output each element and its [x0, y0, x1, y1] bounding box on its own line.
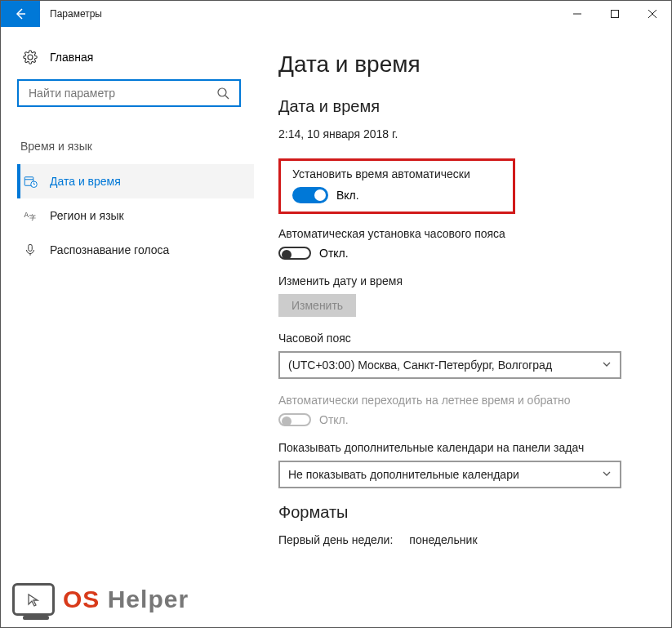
svg-text:A: A [24, 212, 29, 219]
maximize-icon [611, 10, 619, 18]
language-icon: A字 [22, 208, 38, 223]
dst-label: Автоматически переходить на летнее время… [278, 394, 647, 407]
search-box[interactable] [17, 79, 241, 107]
minimize-button[interactable] [559, 1, 596, 27]
close-icon [648, 10, 656, 18]
titlebar: Параметры [1, 1, 671, 27]
sidebar-item-label: Регион и язык [50, 209, 124, 222]
formats-title: Форматы [278, 503, 647, 522]
timezone-value: (UTC+03:00) Москва, Санкт-Петербург, Вол… [288, 359, 552, 372]
svg-line-5 [225, 96, 229, 99]
main-content: Дата и время Дата и время 2:14, 10 январ… [254, 27, 671, 627]
formats-row: Первый день недели: понедельник [278, 533, 647, 546]
sidebar-item-speech[interactable]: Распознавание голоса [17, 233, 254, 267]
home-nav[interactable]: Главная [17, 43, 254, 79]
auto-time-toggle[interactable] [292, 187, 328, 203]
sidebar-item-datetime[interactable]: Дата и время [17, 164, 254, 198]
timezone-label: Часовой пояс [278, 332, 647, 345]
auto-tz-toggle[interactable] [278, 247, 311, 260]
svg-rect-11 [29, 244, 33, 251]
extra-cal-label: Показывать дополнительные календари на п… [278, 441, 647, 454]
first-day-value: понедельник [409, 533, 477, 546]
section-title: Дата и время [278, 97, 647, 116]
microphone-icon [22, 243, 38, 257]
sidebar: Главная Время и язык Дата и время A字 Рег… [1, 27, 254, 627]
watermark-os: OS [63, 586, 100, 612]
monitor-icon [12, 583, 55, 616]
extra-cal-select[interactable]: Не показывать дополнительные календари [278, 461, 621, 488]
page-title: Дата и время [278, 51, 647, 78]
extra-cal-value: Не показывать дополнительные календари [288, 468, 519, 481]
close-button[interactable] [634, 1, 671, 27]
watermark: OS Helper [12, 583, 189, 616]
dst-state: Откл. [319, 413, 349, 426]
sidebar-section-heading: Время и язык [17, 140, 254, 153]
maximize-button[interactable] [596, 1, 634, 27]
cursor-icon [26, 592, 41, 607]
search-icon [215, 87, 231, 100]
change-dt-button[interactable]: Изменить [278, 294, 356, 317]
change-dt-label: Изменить дату и время [278, 274, 647, 287]
auto-tz-state: Откл. [319, 247, 349, 260]
gear-icon [22, 50, 38, 65]
auto-time-state: Вкл. [336, 189, 359, 202]
timezone-select[interactable]: (UTC+03:00) Москва, Санкт-Петербург, Вол… [278, 351, 621, 379]
first-day-label: Первый день недели: [278, 533, 393, 546]
highlight-box: Установить время автоматически Вкл. [278, 158, 515, 214]
sidebar-item-region[interactable]: A字 Регион и язык [17, 198, 254, 233]
svg-rect-1 [612, 11, 619, 18]
arrow-left-icon [14, 7, 27, 20]
chevron-down-icon [602, 468, 612, 481]
auto-tz-label: Автоматическая установка часового пояса [278, 227, 647, 240]
watermark-helper: Helper [108, 586, 189, 612]
calendar-clock-icon [22, 174, 38, 189]
search-input[interactable] [27, 86, 215, 100]
home-label: Главная [50, 51, 93, 64]
chevron-down-icon [602, 359, 612, 372]
svg-text:字: 字 [29, 214, 36, 221]
watermark-text: OS Helper [63, 586, 189, 613]
sidebar-item-label: Распознавание голоса [50, 243, 169, 256]
minimize-icon [573, 10, 581, 18]
current-datetime: 2:14, 10 января 2018 г. [278, 127, 647, 140]
dst-toggle [278, 413, 311, 426]
svg-point-4 [218, 88, 226, 96]
window-controls [559, 1, 671, 27]
window-title: Параметры [40, 8, 559, 20]
auto-time-label: Установить время автоматически [292, 167, 501, 180]
back-button[interactable] [1, 1, 40, 27]
sidebar-item-label: Дата и время [50, 175, 121, 188]
